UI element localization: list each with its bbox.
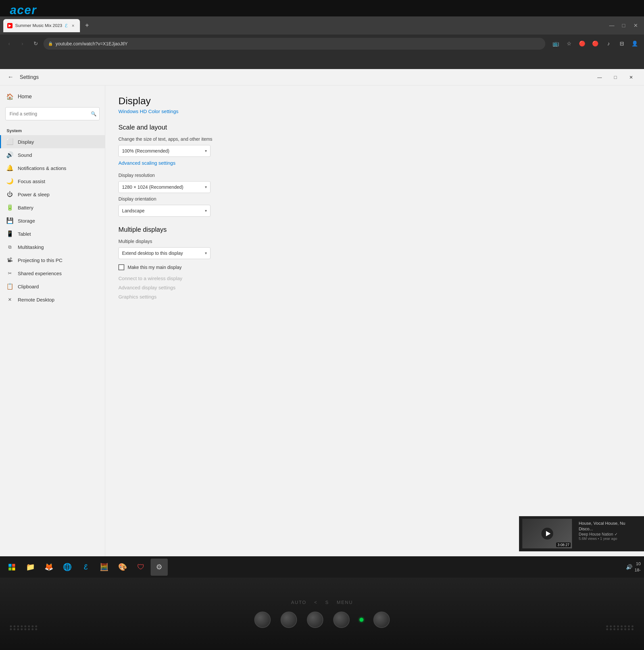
file-explorer-button[interactable]: 📁	[22, 558, 39, 576]
firefox-button[interactable]: 🦊	[40, 558, 57, 576]
advanced-display-link[interactable]: Advanced display settings	[118, 285, 175, 290]
sidebar-item-projecting[interactable]: 📽 Projecting to this PC	[0, 253, 105, 267]
svg-rect-2	[8, 564, 11, 567]
address-url: youtube.com/watch?v=X1EJjaoJtlY	[56, 41, 128, 46]
advanced-scaling-link[interactable]: Advanced scaling settings	[118, 160, 175, 166]
monitor-knob-4[interactable]	[333, 612, 350, 628]
sidebar-label-storage: Storage	[18, 218, 35, 224]
monitor-bezel: acer ▶ Summer Music Mix 2023 ℰ × + — □	[0, 0, 644, 650]
main-display-row: Make this my main display	[118, 264, 631, 270]
search-input[interactable]	[5, 107, 100, 120]
sidebar-label-notifications: Notifications & actions	[18, 166, 66, 171]
minimize-button[interactable]: —	[592, 71, 607, 83]
multiple-displays-dropdown[interactable]: Extend desktop to this display ▾	[118, 247, 210, 259]
display-icon: ⬜	[7, 138, 13, 145]
grill-dot	[32, 625, 34, 627]
scale-dropdown[interactable]: 100% (Recommended) ▾	[118, 145, 210, 157]
svg-rect-4	[8, 568, 11, 571]
tab-close-button[interactable]: ×	[70, 23, 76, 29]
close-button[interactable]: ✕	[623, 71, 639, 83]
cast-icon[interactable]: 📺	[551, 38, 561, 49]
monitor-knob-5[interactable]	[373, 612, 390, 628]
sidebar-label-clipboard: Clipboard	[18, 284, 39, 289]
sidebar-item-display[interactable]: ⬜ Display	[0, 135, 105, 148]
sidebar-label-sound: Sound	[18, 152, 32, 158]
sidebar-label-remote: Remote Desktop	[18, 297, 55, 302]
clock[interactable]: 10 18-	[635, 561, 641, 573]
wireless-display-link[interactable]: Connect to a wireless display	[118, 276, 182, 281]
sidebar-item-tablet[interactable]: 📱 Tablet	[0, 227, 105, 240]
music-icon[interactable]: ♪	[603, 38, 614, 49]
browser-button[interactable]: 🌐	[59, 558, 76, 576]
video-entry[interactable]: 3:08:27 House, Vocal House, Nu Disco... …	[519, 516, 644, 551]
grill-dot	[17, 628, 19, 630]
shield-button[interactable]: 🛡	[132, 558, 149, 576]
address-bar[interactable]: 🔒 youtube.com/watch?v=X1EJjaoJtlY	[43, 38, 545, 50]
browser-tab[interactable]: ▶ Summer Music Mix 2023 ℰ ×	[3, 19, 80, 32]
extension2-icon[interactable]: 🔴	[590, 38, 601, 49]
browser-close-btn[interactable]: ✕	[630, 21, 641, 31]
scale-label: Change the size of text, apps, and other…	[118, 137, 631, 142]
edge-button[interactable]: ℰ	[77, 558, 94, 576]
maximize-button[interactable]: □	[608, 71, 623, 83]
sidebar-item-multitasking[interactable]: ⧉ Multitasking	[0, 240, 105, 253]
sidebar-item-shared[interactable]: ✂ Shared experiences	[0, 267, 105, 280]
power-icon: ⏻	[7, 191, 13, 197]
youtube-favicon: ▶	[7, 23, 12, 28]
back-button[interactable]: ‹	[4, 38, 14, 49]
sidebar-item-notifications[interactable]: 🔔 Notifications & actions	[0, 161, 105, 175]
hd-color-link[interactable]: Windows HD Color settings	[118, 108, 179, 114]
remote-icon: ✕	[7, 296, 13, 303]
search-box: 🔍	[5, 107, 100, 120]
video-age: 1 year ago	[600, 537, 617, 541]
settings-titlebar: ← Settings — □ ✕	[0, 69, 644, 85]
monitor-knob-3[interactable]	[307, 612, 323, 628]
extension1-icon[interactable]: 🔴	[577, 38, 587, 49]
bookmark-icon[interactable]: ☆	[564, 38, 574, 49]
calc-button[interactable]: 🧮	[95, 558, 112, 576]
sidebar-item-battery[interactable]: 🔋 Battery	[0, 201, 105, 214]
sidebar-label-power: Power & sleep	[18, 192, 50, 197]
new-tab-button[interactable]: +	[81, 20, 93, 31]
resolution-label: Display resolution	[118, 173, 631, 178]
tablet-icon: 📱	[7, 230, 13, 237]
main-display-checkbox[interactable]	[118, 264, 124, 270]
sidebar-item-remote[interactable]: ✕ Remote Desktop	[0, 293, 105, 306]
sidebar-item-focus[interactable]: 🌙 Focus assist	[0, 175, 105, 188]
refresh-button[interactable]: ↻	[30, 38, 41, 49]
split-view-icon[interactable]: ⊟	[616, 38, 627, 49]
profile-icon[interactable]: 👤	[630, 38, 640, 49]
sidebar-item-storage[interactable]: 💾 Storage	[0, 214, 105, 227]
forward-button[interactable]: ›	[17, 38, 28, 49]
browser-minimize-btn[interactable]: —	[607, 21, 617, 31]
multiple-displays-section-title: Multiple displays	[118, 226, 631, 233]
start-button[interactable]	[3, 558, 21, 576]
settings-back-button[interactable]: ←	[5, 72, 16, 82]
resolution-dropdown[interactable]: 1280 × 1024 (Recommended) ▾	[118, 181, 210, 193]
grill-dot	[632, 625, 634, 627]
paint-button[interactable]: 🎨	[114, 558, 131, 576]
browser-maximize-btn[interactable]: □	[618, 21, 629, 31]
grill-dots-right	[606, 625, 634, 630]
sidebar-label-tablet: Tablet	[18, 231, 31, 237]
video-duration: 3:08:27	[556, 542, 571, 547]
sidebar-section-label: System	[0, 123, 105, 135]
clipboard-icon: 📋	[7, 283, 13, 290]
power-led	[360, 618, 364, 622]
sidebar-home[interactable]: 🏠 Home	[0, 89, 105, 104]
grill-dot	[35, 625, 37, 627]
sidebar-item-power[interactable]: ⏻ Power & sleep	[0, 188, 105, 201]
storage-icon: 💾	[7, 217, 13, 224]
monitor-knob-2[interactable]	[280, 612, 297, 628]
monitor-knob-1[interactable]	[254, 612, 271, 628]
settings-button[interactable]: ⚙	[150, 558, 168, 576]
monitor-controls-label: AUTO < S MENU	[291, 600, 353, 605]
graphics-settings-link[interactable]: Graphics settings	[118, 294, 157, 299]
orientation-dropdown[interactable]: Landscape ▾	[118, 205, 210, 217]
sidebar-item-sound[interactable]: 🔊 Sound	[0, 148, 105, 161]
grill-dots-left	[10, 625, 38, 630]
sidebar-item-clipboard[interactable]: 📋 Clipboard	[0, 280, 105, 293]
taskbar: 📁 🦊 🌐 ℰ 🧮 🎨 🛡 ⚙	[0, 556, 644, 578]
sidebar-home-label: Home	[18, 94, 32, 100]
video-thumbnail: 3:08:27	[522, 519, 572, 548]
